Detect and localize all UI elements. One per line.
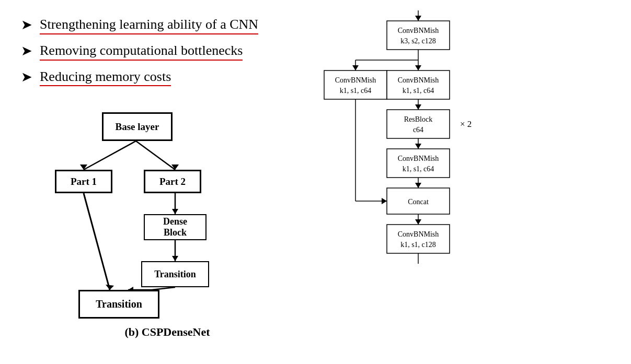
svg-text:Concat: Concat <box>408 198 429 206</box>
svg-text:k1, s1, c64: k1, s1, c64 <box>340 87 372 95</box>
svg-text:ConvBNMish: ConvBNMish <box>398 230 439 238</box>
page: ➤ Strengthening learning ability of a CN… <box>0 0 631 364</box>
network-svg: ConvBNMish k3, s2, c128 ConvBNMish k1, s… <box>303 3 512 347</box>
bullet-text-1: Strengthening learning ability of a CNN <box>40 16 258 34</box>
svg-text:ConvBNMish: ConvBNMish <box>398 76 439 84</box>
svg-marker-9 <box>106 285 114 290</box>
svg-rect-38 <box>387 149 450 178</box>
svg-marker-43 <box>382 198 387 204</box>
csp-diagram: Base layer Part 1 Part 2 Dense Block Tra… <box>47 102 225 321</box>
bullet-text-3: Reducing memory costs <box>40 68 171 87</box>
bullet-item-2: ➤ Removing computational bottlenecks <box>21 42 282 61</box>
bullet-item-1: ➤ Strengthening learning ability of a CN… <box>21 16 282 34</box>
bullet-text-2: Removing computational bottlenecks <box>40 42 243 61</box>
svg-marker-5 <box>172 209 178 214</box>
dense-block-box: Dense Block <box>144 214 206 240</box>
svg-marker-7 <box>172 256 178 261</box>
base-layer-box: Base layer <box>102 112 173 141</box>
svg-text:k1, s1, c64: k1, s1, c64 <box>403 165 434 173</box>
svg-marker-14 <box>415 16 421 21</box>
bullet-arrow-3: ➤ <box>21 69 32 85</box>
bullet-list: ➤ Strengthening learning ability of a CN… <box>21 16 282 86</box>
left-panel: ➤ Strengthening learning ability of a CN… <box>0 0 303 364</box>
svg-text:ConvBNMish: ConvBNMish <box>335 76 376 84</box>
svg-line-0 <box>84 141 136 170</box>
svg-marker-49 <box>415 219 421 225</box>
svg-marker-2 <box>80 165 87 170</box>
svg-marker-21 <box>352 65 359 71</box>
diagram-label: (b) CSPDenseNet <box>52 325 282 339</box>
svg-marker-45 <box>415 183 421 188</box>
svg-rect-24 <box>324 71 387 99</box>
svg-text:k3, s2, c128: k3, s2, c128 <box>400 37 436 45</box>
right-panel: ConvBNMish k3, s2, c128 ConvBNMish k1, s… <box>303 0 631 364</box>
svg-rect-27 <box>387 71 450 99</box>
svg-text:ConvBNMish: ConvBNMish <box>398 27 439 34</box>
svg-marker-23 <box>415 65 421 71</box>
svg-text:c64: c64 <box>413 126 423 134</box>
transition2-box: Transition <box>78 290 159 319</box>
bullet-arrow-2: ➤ <box>21 43 32 59</box>
svg-text:ResBlock: ResBlock <box>404 115 432 123</box>
svg-line-1 <box>136 141 175 170</box>
svg-text:ConvBNMish: ConvBNMish <box>398 155 439 162</box>
svg-marker-31 <box>415 104 421 110</box>
transition1-box: Transition <box>141 261 209 287</box>
svg-line-8 <box>84 193 110 290</box>
svg-rect-15 <box>387 21 450 50</box>
svg-text:k1, s1, c64: k1, s1, c64 <box>403 87 434 95</box>
svg-marker-37 <box>415 144 421 149</box>
bullet-arrow-1: ➤ <box>21 17 32 33</box>
svg-rect-32 <box>387 110 450 138</box>
svg-text:× 2: × 2 <box>460 119 472 129</box>
part1-box: Part 1 <box>55 170 112 193</box>
bullet-item-3: ➤ Reducing memory costs <box>21 68 282 87</box>
svg-marker-3 <box>171 165 179 170</box>
part2-box: Part 2 <box>144 170 201 193</box>
svg-rect-50 <box>387 225 450 253</box>
svg-text:k1, s1, c128: k1, s1, c128 <box>400 241 436 249</box>
